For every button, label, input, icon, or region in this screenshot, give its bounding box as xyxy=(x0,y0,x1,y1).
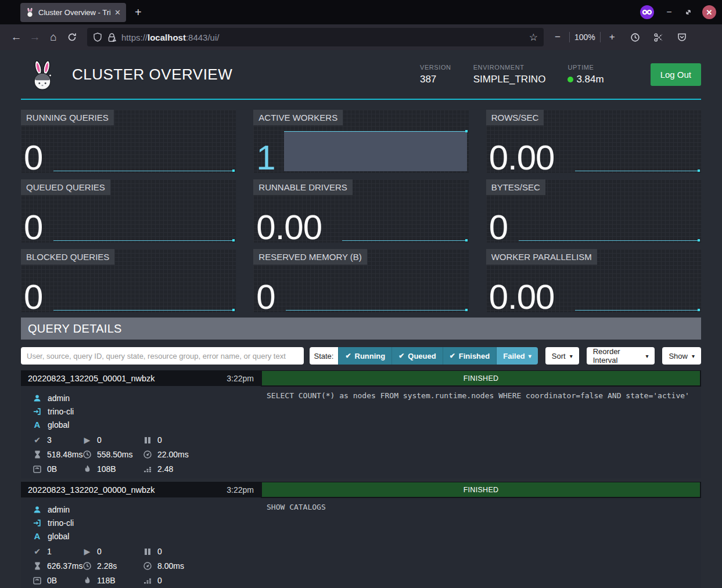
check-icon: ✔ xyxy=(450,352,455,360)
check-icon: ✔ xyxy=(398,352,404,360)
trino-favicon xyxy=(26,8,34,17)
sparkline xyxy=(519,240,699,241)
show-dropdown[interactable]: Show▾ xyxy=(662,347,701,365)
tab-close-icon[interactable]: ✕ xyxy=(114,8,121,17)
new-tab-button[interactable]: + xyxy=(135,5,142,20)
url-text: https://localhost:8443/ui/ xyxy=(121,33,525,42)
query-status-badge: FINISHED xyxy=(262,482,700,497)
version-block: VERSION 387 xyxy=(420,64,451,85)
trino-logo xyxy=(29,60,56,91)
user-icon xyxy=(33,394,42,402)
clock-icon xyxy=(82,562,92,570)
zoom-level[interactable]: 100% xyxy=(574,33,595,42)
uptime-block: UPTIME 3.84m xyxy=(567,64,604,85)
user-icon xyxy=(33,506,42,514)
chevron-down-icon: ▾ xyxy=(692,353,695,359)
metric-blocked-queries: BLOCKED QUERIES 0 xyxy=(21,249,236,312)
query-details-header: QUERY DETAILS xyxy=(21,318,701,340)
menu-icon[interactable] xyxy=(696,28,705,46)
uptime-status-dot xyxy=(567,77,573,82)
query-user: admin xyxy=(48,394,70,403)
metric-running-queries: RUNNING QUERIES 0 xyxy=(21,110,236,173)
reorder-interval-dropdown[interactable]: Reorder Interval▾ xyxy=(587,347,655,365)
check-icon: ✔ xyxy=(345,352,351,360)
home-button[interactable]: ⌂ xyxy=(44,28,63,46)
sparkline xyxy=(575,310,699,311)
running-splits-play-icon: ▶ xyxy=(82,547,92,556)
active-workers-link[interactable]: 1 xyxy=(256,140,275,175)
sparkline xyxy=(53,310,234,311)
environment-value: SIMPLE_TRINO xyxy=(473,74,546,85)
state-failed-dropdown[interactable]: Failed▾ xyxy=(496,347,538,365)
window-minimize-button[interactable]: − xyxy=(664,7,674,17)
metric-rows-sec: ROWS/SEC 0.00 xyxy=(486,110,701,173)
state-running-toggle[interactable]: ✔Running xyxy=(338,347,391,365)
resource-group-icon: A xyxy=(33,420,42,430)
environment-block: ENVIRONMENT SIMPLE_TRINO xyxy=(473,64,546,85)
version-value: 387 xyxy=(420,74,451,85)
scale-icon xyxy=(33,577,42,585)
query-row: 20220823_132202_00000_nwbzk 3:22pm admin… xyxy=(21,482,701,588)
chevron-down-icon: ▾ xyxy=(645,353,648,359)
forward-button[interactable]: → xyxy=(26,28,44,46)
tracking-shield-icon[interactable] xyxy=(93,33,102,42)
chevron-down-icon: ▾ xyxy=(529,353,531,359)
metric-queued-queries: QUEUED QUERIES 0 xyxy=(21,179,236,243)
url-bar[interactable]: https://localhost:8443/ui/ ☆ xyxy=(87,28,544,46)
logout-button[interactable]: Log Out xyxy=(651,63,701,86)
lock-warning-icon[interactable] xyxy=(107,33,117,42)
sparkline xyxy=(53,240,234,241)
query-row: 20220823_132205_00001_nwbzk 3:22pm admin… xyxy=(21,370,701,478)
page-header: CLUSTER OVERVIEW VERSION 387 ENVIRONMENT… xyxy=(21,50,701,100)
query-user: admin xyxy=(48,505,70,514)
history-icon[interactable] xyxy=(626,28,645,46)
zoom-in-button[interactable]: + xyxy=(605,31,619,43)
query-status-badge: FINISHED xyxy=(262,371,700,385)
browser-titlebar: Cluster Overview - Trino ✕ + − ✕ xyxy=(0,0,722,24)
sparkline xyxy=(286,310,466,311)
sparkline-filled xyxy=(284,131,466,171)
query-resource-group: global xyxy=(48,420,69,430)
uptime-value: 3.84m xyxy=(576,74,604,85)
hourglass-icon xyxy=(33,562,42,570)
state-queued-toggle[interactable]: ✔Queued xyxy=(391,347,442,365)
private-browsing-icon xyxy=(640,5,654,19)
query-time: 3:22pm xyxy=(227,374,254,383)
query-filter-toolbar: State: ✔Running ✔Queued ✔Finished Failed… xyxy=(21,347,701,365)
running-splits-play-icon: ▶ xyxy=(82,435,92,445)
zoom-out-button[interactable]: − xyxy=(551,31,565,43)
chevron-down-icon: ▾ xyxy=(570,353,573,359)
query-time: 3:22pm xyxy=(227,485,254,495)
flame-icon xyxy=(82,465,92,473)
resource-group-icon: A xyxy=(33,531,42,541)
query-resource-group: global xyxy=(48,532,69,541)
sparkline xyxy=(575,171,699,171)
window-maximize-button[interactable] xyxy=(684,8,692,16)
query-search-input[interactable] xyxy=(21,347,304,365)
flame-icon xyxy=(82,576,92,585)
state-finished-toggle[interactable]: ✔Finished xyxy=(443,347,497,365)
queued-splits-pause-icon xyxy=(143,549,152,555)
query-id-link[interactable]: 20220823_132205_00001_nwbzk xyxy=(28,374,155,383)
pocket-icon[interactable] xyxy=(673,28,691,46)
query-source: trino-cli xyxy=(48,518,74,528)
browser-tab[interactable]: Cluster Overview - Trino ✕ xyxy=(20,3,126,22)
reload-button[interactable] xyxy=(63,28,81,46)
gauge-icon xyxy=(143,562,152,570)
back-button[interactable]: ← xyxy=(7,28,26,46)
metric-bytes-sec: BYTES/SEC 0 xyxy=(486,179,701,243)
sparkline xyxy=(342,240,466,241)
completed-splits-check-icon: ✔ xyxy=(33,435,42,445)
metric-runnable-drivers: RUNNABLE DRIVERS 0.00 xyxy=(253,179,468,243)
query-sql-text: SELECT COUNT(*) as nodes FROM system.run… xyxy=(261,386,701,478)
sparkline xyxy=(53,171,234,171)
query-id-link[interactable]: 20220823_132202_00000_nwbzk xyxy=(28,485,155,495)
cluster-metrics-grid: RUNNING QUERIES 0 ACTIVE WORKERS 1 ROWS/… xyxy=(21,110,701,312)
window-close-button[interactable]: ✕ xyxy=(702,5,716,19)
completed-splits-check-icon: ✔ xyxy=(33,547,42,556)
sort-dropdown[interactable]: Sort▾ xyxy=(545,347,579,365)
bookmark-star-icon[interactable]: ☆ xyxy=(529,31,538,44)
page-title: CLUSTER OVERVIEW xyxy=(72,66,232,84)
screenshot-scissors-icon[interactable] xyxy=(649,28,668,46)
query-source: trino-cli xyxy=(48,407,74,416)
